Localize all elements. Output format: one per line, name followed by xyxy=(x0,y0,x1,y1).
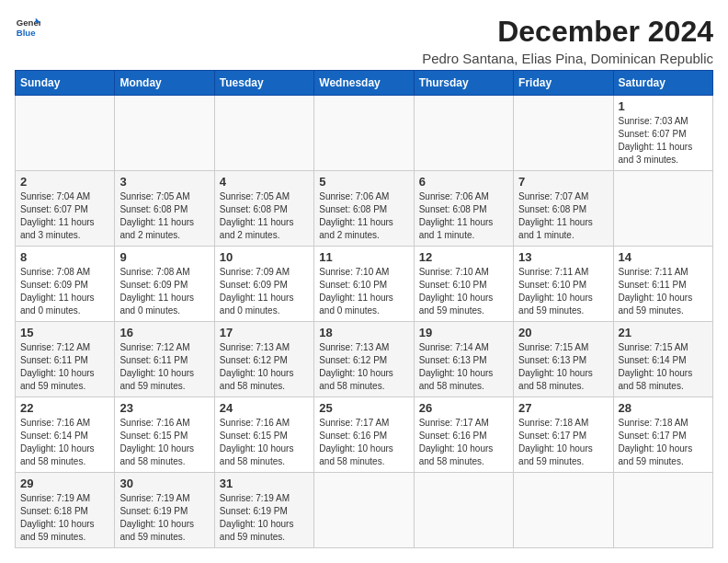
calendar-cell: 28Sunrise: 7:18 AM Sunset: 6:17 PM Dayli… xyxy=(613,397,712,473)
day-number: 26 xyxy=(419,401,508,415)
calendar-cell: 15Sunrise: 7:12 AM Sunset: 6:11 PM Dayli… xyxy=(16,322,115,397)
day-header-thursday: Thursday xyxy=(414,71,513,96)
day-info: Sunrise: 7:12 AM Sunset: 6:11 PM Dayligh… xyxy=(119,341,209,393)
day-info: Sunrise: 7:17 AM Sunset: 6:16 PM Dayligh… xyxy=(419,417,508,468)
calendar-cell: 6Sunrise: 7:06 AM Sunset: 6:08 PM Daylig… xyxy=(414,171,513,247)
calendar-cell: 30Sunrise: 7:19 AM Sunset: 6:19 PM Dayli… xyxy=(115,473,214,548)
calendar-cell: 12Sunrise: 7:10 AM Sunset: 6:10 PM Dayli… xyxy=(414,247,513,322)
day-number: 13 xyxy=(518,250,608,264)
day-number: 3 xyxy=(119,175,209,189)
calendar-cell: 5Sunrise: 7:06 AM Sunset: 6:08 PM Daylig… xyxy=(314,171,414,247)
day-number: 29 xyxy=(20,477,109,490)
calendar-cell xyxy=(414,96,513,171)
day-number: 1 xyxy=(619,99,708,113)
calendar-cell: 26Sunrise: 7:17 AM Sunset: 6:16 PM Dayli… xyxy=(414,397,513,473)
day-header-tuesday: Tuesday xyxy=(214,71,313,96)
day-header-friday: Friday xyxy=(514,71,613,96)
day-number: 18 xyxy=(319,326,408,339)
day-info: Sunrise: 7:16 AM Sunset: 6:15 PM Dayligh… xyxy=(119,417,209,468)
week-row-1: 1Sunrise: 7:03 AM Sunset: 6:07 PM Daylig… xyxy=(16,96,713,171)
title-area: December 2024 Pedro Santana, Elias Pina,… xyxy=(422,15,713,66)
calendar-cell xyxy=(314,96,414,171)
day-info: Sunrise: 7:18 AM Sunset: 6:17 PM Dayligh… xyxy=(518,417,608,468)
week-row-6: 29Sunrise: 7:19 AM Sunset: 6:18 PM Dayli… xyxy=(16,473,713,548)
calendar-cell: 22Sunrise: 7:16 AM Sunset: 6:14 PM Dayli… xyxy=(16,397,115,473)
calendar-cell xyxy=(514,96,613,171)
day-info: Sunrise: 7:12 AM Sunset: 6:11 PM Dayligh… xyxy=(20,341,109,393)
day-header-monday: Monday xyxy=(115,71,214,96)
week-row-4: 15Sunrise: 7:12 AM Sunset: 6:11 PM Dayli… xyxy=(16,322,713,397)
day-info: Sunrise: 7:13 AM Sunset: 6:12 PM Dayligh… xyxy=(220,341,309,393)
calendar-cell: 21Sunrise: 7:15 AM Sunset: 6:14 PM Dayli… xyxy=(613,322,712,397)
calendar-cell xyxy=(214,96,313,171)
day-info: Sunrise: 7:10 AM Sunset: 6:10 PM Dayligh… xyxy=(319,266,408,317)
day-number: 7 xyxy=(518,175,608,189)
calendar-cell xyxy=(613,473,712,548)
day-number: 2 xyxy=(20,175,109,189)
day-info: Sunrise: 7:03 AM Sunset: 6:07 PM Dayligh… xyxy=(619,115,708,167)
calendar-cell: 29Sunrise: 7:19 AM Sunset: 6:18 PM Dayli… xyxy=(16,473,115,548)
calendar-cell: 4Sunrise: 7:05 AM Sunset: 6:08 PM Daylig… xyxy=(214,171,313,247)
day-number: 30 xyxy=(119,477,209,490)
calendar-cell: 11Sunrise: 7:10 AM Sunset: 6:10 PM Dayli… xyxy=(314,247,414,322)
day-info: Sunrise: 7:06 AM Sunset: 6:08 PM Dayligh… xyxy=(419,190,508,242)
week-row-3: 8Sunrise: 7:08 AM Sunset: 6:09 PM Daylig… xyxy=(16,247,713,322)
calendar-cell: 19Sunrise: 7:14 AM Sunset: 6:13 PM Dayli… xyxy=(414,322,513,397)
day-number: 6 xyxy=(419,175,508,189)
calendar-table: SundayMondayTuesdayWednesdayThursdayFrid… xyxy=(15,70,713,548)
day-number: 25 xyxy=(319,401,408,415)
days-of-week-row: SundayMondayTuesdayWednesdayThursdayFrid… xyxy=(16,71,713,96)
calendar-cell xyxy=(414,473,513,548)
calendar-cell: 24Sunrise: 7:16 AM Sunset: 6:15 PM Dayli… xyxy=(214,397,313,473)
day-number: 21 xyxy=(619,326,708,339)
day-number: 9 xyxy=(119,250,209,264)
calendar-cell: 7Sunrise: 7:07 AM Sunset: 6:08 PM Daylig… xyxy=(514,171,613,247)
day-number: 22 xyxy=(20,401,109,415)
day-info: Sunrise: 7:14 AM Sunset: 6:13 PM Dayligh… xyxy=(419,341,508,393)
logo: General Blue xyxy=(15,15,40,40)
svg-text:Blue: Blue xyxy=(17,28,36,38)
page-subtitle: Pedro Santana, Elias Pina, Dominican Rep… xyxy=(422,51,713,66)
page-header: General Blue December 2024 Pedro Santana… xyxy=(15,15,713,66)
calendar-cell: 13Sunrise: 7:11 AM Sunset: 6:10 PM Dayli… xyxy=(514,247,613,322)
day-info: Sunrise: 7:16 AM Sunset: 6:14 PM Dayligh… xyxy=(20,417,109,468)
day-info: Sunrise: 7:05 AM Sunset: 6:08 PM Dayligh… xyxy=(220,190,309,242)
calendar-cell: 25Sunrise: 7:17 AM Sunset: 6:16 PM Dayli… xyxy=(314,397,414,473)
calendar-body: 1Sunrise: 7:03 AM Sunset: 6:07 PM Daylig… xyxy=(16,96,713,548)
day-info: Sunrise: 7:15 AM Sunset: 6:14 PM Dayligh… xyxy=(619,341,708,393)
day-info: Sunrise: 7:15 AM Sunset: 6:13 PM Dayligh… xyxy=(518,341,608,393)
calendar-cell: 2Sunrise: 7:04 AM Sunset: 6:07 PM Daylig… xyxy=(16,171,115,247)
calendar-cell: 8Sunrise: 7:08 AM Sunset: 6:09 PM Daylig… xyxy=(16,247,115,322)
day-info: Sunrise: 7:16 AM Sunset: 6:15 PM Dayligh… xyxy=(220,417,309,468)
day-info: Sunrise: 7:09 AM Sunset: 6:09 PM Dayligh… xyxy=(220,266,309,317)
calendar-cell xyxy=(613,171,712,247)
day-number: 4 xyxy=(220,175,309,189)
calendar-cell xyxy=(314,473,414,548)
calendar-cell: 27Sunrise: 7:18 AM Sunset: 6:17 PM Dayli… xyxy=(514,397,613,473)
day-info: Sunrise: 7:11 AM Sunset: 6:10 PM Dayligh… xyxy=(518,266,608,317)
day-header-sunday: Sunday xyxy=(16,71,115,96)
day-number: 11 xyxy=(319,250,408,264)
calendar-cell: 17Sunrise: 7:13 AM Sunset: 6:12 PM Dayli… xyxy=(214,322,313,397)
day-number: 24 xyxy=(220,401,309,415)
day-number: 28 xyxy=(619,401,708,415)
page-title: December 2024 xyxy=(422,15,713,49)
day-info: Sunrise: 7:08 AM Sunset: 6:09 PM Dayligh… xyxy=(20,266,109,317)
day-header-wednesday: Wednesday xyxy=(314,71,414,96)
day-info: Sunrise: 7:04 AM Sunset: 6:07 PM Dayligh… xyxy=(20,190,109,242)
calendar-cell: 20Sunrise: 7:15 AM Sunset: 6:13 PM Dayli… xyxy=(514,322,613,397)
day-number: 19 xyxy=(419,326,508,339)
week-row-2: 2Sunrise: 7:04 AM Sunset: 6:07 PM Daylig… xyxy=(16,171,713,247)
day-info: Sunrise: 7:05 AM Sunset: 6:08 PM Dayligh… xyxy=(119,190,209,242)
day-number: 14 xyxy=(619,250,708,264)
calendar-cell: 10Sunrise: 7:09 AM Sunset: 6:09 PM Dayli… xyxy=(214,247,313,322)
day-number: 20 xyxy=(518,326,608,339)
day-header-saturday: Saturday xyxy=(613,71,712,96)
calendar-header: SundayMondayTuesdayWednesdayThursdayFrid… xyxy=(16,71,713,96)
day-info: Sunrise: 7:13 AM Sunset: 6:12 PM Dayligh… xyxy=(319,341,408,393)
calendar-cell: 16Sunrise: 7:12 AM Sunset: 6:11 PM Dayli… xyxy=(115,322,214,397)
day-number: 5 xyxy=(319,175,408,189)
day-number: 27 xyxy=(518,401,608,415)
logo-icon: General Blue xyxy=(15,15,40,40)
calendar-cell: 23Sunrise: 7:16 AM Sunset: 6:15 PM Dayli… xyxy=(115,397,214,473)
